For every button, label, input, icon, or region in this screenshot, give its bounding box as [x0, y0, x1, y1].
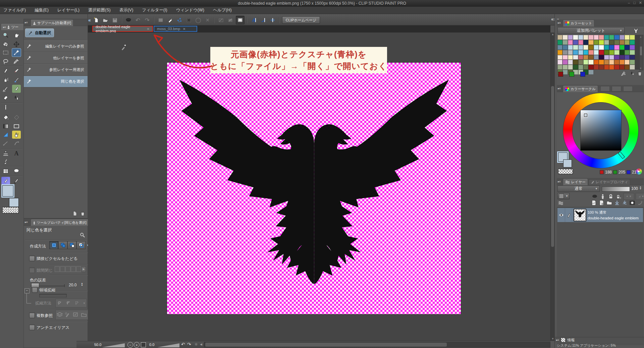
palette-swatch[interactable] [625, 50, 630, 55]
color-mode-toggle-icon[interactable]: ▶ [636, 168, 642, 175]
zoom-slider[interactable] [102, 343, 125, 347]
tab-document-moss[interactable]: moss_03.bmp ✕ [154, 26, 197, 32]
tool-thick-paint[interactable] [12, 85, 21, 93]
palette-swatch[interactable] [557, 50, 562, 55]
palette-swatch[interactable] [573, 35, 578, 40]
new-folder-icon[interactable] [606, 200, 612, 206]
tool-fill[interactable] [1, 113, 10, 121]
palette-swatch[interactable] [620, 40, 625, 45]
palette-swatch[interactable] [609, 65, 614, 70]
tool-mixer[interactable] [1, 103, 10, 111]
panel-menu-icon[interactable]: ▸≡ [3, 25, 6, 29]
horizontal-scroll-thumb[interactable] [205, 343, 447, 347]
collapse-commandbar-icon[interactable]: « [88, 17, 91, 23]
color-margin-spinner[interactable]: ▲▼ [81, 282, 83, 286]
lock-layer-icon[interactable] [607, 193, 614, 200]
new-subtool-icon[interactable] [73, 211, 77, 216]
palette-swatch[interactable] [583, 60, 588, 65]
palette-swatch[interactable] [562, 45, 568, 50]
palette-swatch[interactable] [630, 65, 635, 70]
tool-property-tab[interactable]: ツールプロパティ[同じ色を選択] [31, 219, 89, 226]
palette-swatch[interactable] [599, 45, 604, 50]
panel-menu-icon[interactable]: ▸≡ [558, 21, 560, 24]
expand-group-toggle[interactable]: − [24, 288, 30, 293]
palette-swatch[interactable] [630, 35, 635, 40]
new-vector-layer-icon[interactable] [598, 200, 605, 206]
color-margin-value[interactable]: 20.0 [69, 283, 76, 287]
tool-hand[interactable] [12, 31, 21, 39]
info-tab-label[interactable]: 情報 [568, 338, 575, 343]
tool-figure[interactable] [1, 139, 10, 147]
palette-swatch[interactable] [620, 65, 625, 70]
maximize-button[interactable]: □ [633, 1, 636, 5]
palette-swatch[interactable] [620, 45, 625, 50]
clear-layer-icon[interactable] [591, 193, 598, 200]
palette-swatch[interactable] [573, 45, 578, 50]
panel-menu-icon[interactable]: ▸≡ [558, 87, 560, 90]
palette-swatch[interactable] [594, 60, 599, 65]
layer-mask-icon[interactable] [629, 200, 636, 206]
area-scaling-slider[interactable] [39, 294, 67, 297]
palette-swatch[interactable] [568, 45, 573, 50]
palette-swatch[interactable] [573, 40, 578, 45]
panel-menu-icon[interactable]: ▸≡ [556, 338, 559, 342]
zoom-out-button[interactable]: − [127, 342, 133, 348]
palette-swatch[interactable] [562, 40, 568, 45]
tool-gradient[interactable] [1, 122, 10, 130]
menu-file[interactable]: ファイル(F) [3, 7, 26, 13]
palette-swatch[interactable] [625, 60, 630, 65]
rotate-slider[interactable] [157, 343, 179, 347]
menu-layer[interactable]: レイヤー(L) [57, 7, 79, 13]
method-subtract-selection-button[interactable] [67, 241, 76, 249]
edit-selection-button[interactable] [226, 16, 234, 24]
edit-pixels-button[interactable] [217, 16, 225, 24]
layer-edit-target-icon[interactable] [565, 208, 572, 222]
snap-ruler-button[interactable] [250, 16, 258, 24]
color-slider-tab-icon[interactable] [600, 86, 610, 91]
palette-swatch[interactable] [557, 65, 562, 70]
palette-swatch[interactable] [562, 35, 568, 40]
new-file-button[interactable] [92, 16, 100, 24]
scatter-button[interactable] [175, 16, 183, 24]
palette-swatch[interactable] [583, 65, 588, 70]
follow-adjacent-checkbox[interactable] [29, 256, 35, 261]
menu-help[interactable]: ヘルプ(H) [213, 7, 232, 13]
scaling-method-2-icon[interactable] [64, 300, 73, 306]
palette-swatch[interactable] [557, 35, 562, 40]
tool-pencil[interactable] [12, 67, 21, 75]
opacity-spinner[interactable]: ▲▼ [639, 186, 642, 190]
tool-eyedropper[interactable] [12, 58, 21, 66]
delete-subtool-icon[interactable] [80, 211, 85, 216]
palette-swatch[interactable] [557, 55, 562, 60]
tool-figure-alt[interactable] [12, 139, 21, 147]
blend-mode-select[interactable]: 通常 ▼ [557, 186, 600, 192]
palette-swatch[interactable] [614, 60, 619, 65]
fit-to-window-button[interactable] [141, 342, 146, 347]
snap-special-ruler-button[interactable] [259, 16, 267, 24]
refer-reference-layer-icon[interactable] [64, 311, 72, 319]
palette-swatch[interactable] [588, 55, 593, 60]
apply-mask-icon[interactable] [637, 200, 643, 206]
canvas-area[interactable]: 元画像(赤枠)とテクスチャ(青枠)を ともに「ファイル」→「開く」で開いておく [88, 32, 550, 341]
palette-swatch[interactable] [594, 40, 599, 45]
palette-swatch[interactable] [599, 35, 604, 40]
palette-swatch[interactable] [599, 60, 604, 65]
palette-swatch[interactable] [588, 70, 593, 75]
onion-skin-icon[interactable] [599, 193, 606, 200]
foreground-color-swatch[interactable] [2, 185, 13, 197]
palette-swatch[interactable] [625, 35, 630, 40]
reset-view-icon[interactable]: ✻ [195, 342, 198, 347]
canvas-vertical-scrollbar[interactable]: ▲ ▼ [550, 32, 554, 341]
new-raster-layer-icon[interactable] [590, 200, 597, 206]
palette-swatch[interactable] [583, 50, 588, 55]
color-set-tab[interactable]: カラーセット [563, 20, 594, 26]
palette-scroll-up-icon[interactable]: ▲ [639, 35, 642, 39]
redo-icon[interactable]: ↷ [143, 16, 151, 24]
palette-swatch[interactable] [588, 35, 593, 40]
tool-blend[interactable] [12, 94, 21, 102]
menu-filter[interactable]: フィルター(I) [142, 7, 167, 13]
tab-document-eagle[interactable]: double-headed eagle emblem.png ✕ [92, 26, 153, 32]
palette-swatch[interactable] [562, 60, 568, 65]
palette-swatch[interactable] [568, 55, 573, 60]
close-gap-expand-icon[interactable]: ▶ [82, 266, 86, 272]
